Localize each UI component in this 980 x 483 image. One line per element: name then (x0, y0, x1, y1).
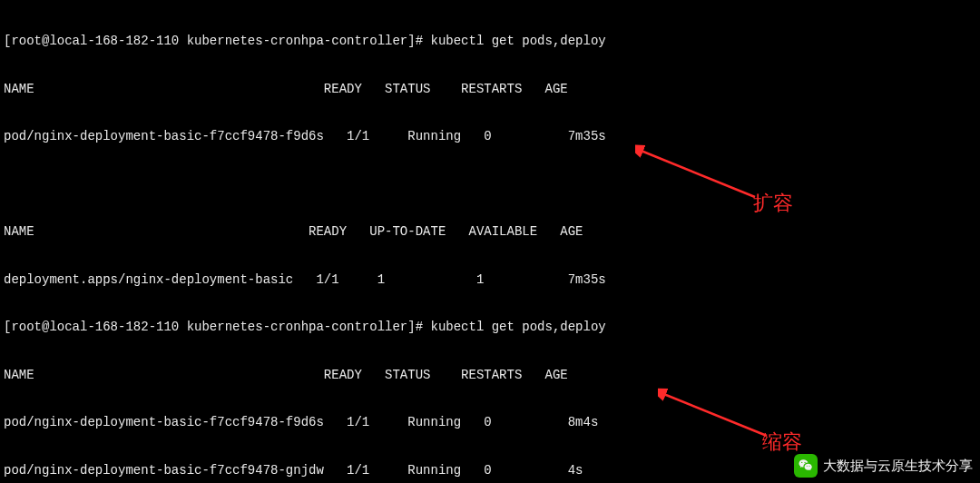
pods-header: NAME READY STATUS RESTARTS AGE (4, 368, 976, 384)
deploy-header: NAME READY UP-TO-DATE AVAILABLE AGE (4, 224, 976, 241)
shell-prompt: [root@local-168-182-110 kubernetes-cronh… (4, 320, 423, 334)
command-text: kubectl get pods,deploy (430, 320, 605, 334)
prompt-line: [root@local-168-182-110 kubernetes-cronh… (4, 320, 976, 336)
terminal[interactable]: [root@local-168-182-110 kubernetes-cronh… (4, 2, 976, 483)
shell-prompt: [root@local-168-182-110 kubernetes-cronh… (4, 34, 423, 48)
blank-line (4, 177, 976, 193)
prompt-line: [root@local-168-182-110 kubernetes-cronh… (4, 34, 976, 50)
watermark-text: 大数据与云原生技术分享 (823, 458, 973, 475)
wechat-icon (794, 454, 818, 478)
command-text: kubectl get pods,deploy (430, 34, 605, 48)
pod-row: pod/nginx-deployment-basic-f7ccf9478-f9d… (4, 415, 976, 431)
pods-header: NAME READY STATUS RESTARTS AGE (4, 82, 976, 98)
watermark: 大数据与云原生技术分享 (794, 454, 973, 478)
deploy-row: deployment.apps/nginx-deployment-basic 1… (4, 272, 976, 289)
pod-row: pod/nginx-deployment-basic-f7ccf9478-f9d… (4, 129, 976, 145)
